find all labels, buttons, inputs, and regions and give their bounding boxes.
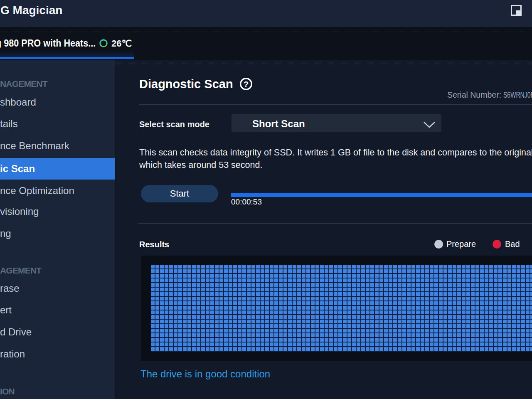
svg-text:?: ?	[244, 79, 249, 89]
